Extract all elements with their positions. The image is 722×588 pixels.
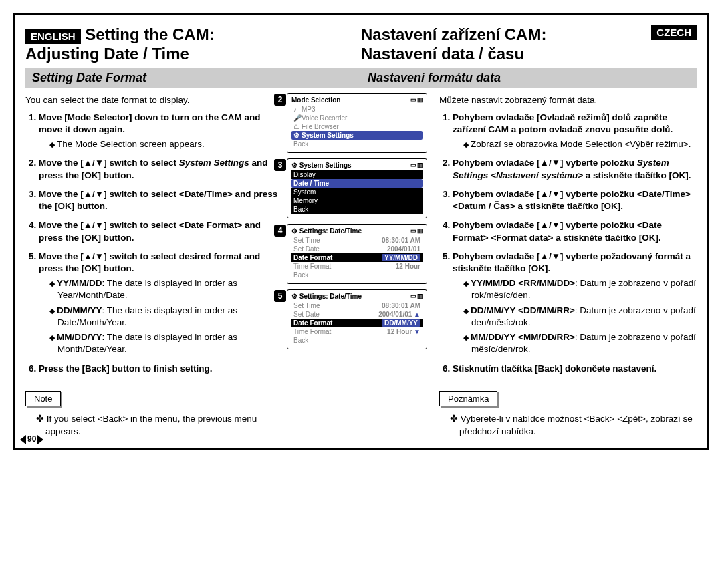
subhead-cz: Nastavení formátu data (361, 68, 697, 88)
note-en: If you select <Back> in the menu, the pr… (36, 413, 283, 437)
battery-icon: ▭ ▥ (410, 293, 423, 300)
manual-page: ENGLISH Setting the CAM:Adjusting Date /… (13, 13, 709, 450)
music-icon: ♪ (293, 106, 299, 113)
battery-icon: ▭ ▥ (410, 227, 423, 235)
steps-cz: Pohybem ovladače [Ovladač režimů] dolů z… (439, 112, 697, 375)
screen-5: 5 ⚙ Settings: Date/Time▭ ▥ Set Time08:30… (287, 289, 427, 349)
note-label-en: Note (25, 391, 61, 407)
col-czech: Můžete nastavit zobrazený formát data. P… (431, 93, 697, 438)
down-arrow-icon: ▼ (414, 328, 420, 335)
screen-2: 2 Mode Selection▭ ▥ ♪MP3 🎤Voice Recorder… (287, 93, 427, 153)
screens-column: 2 Mode Selection▭ ▥ ♪MP3 🎤Voice Recorder… (283, 93, 431, 438)
note-label-cz: Poznámka (439, 391, 497, 407)
steps-en: Move [Mode Selector] down to turn on the… (25, 112, 283, 375)
screen-4: 4 ⚙ Settings: Date/Time▭ ▥ Set Time08:30… (287, 224, 427, 284)
lang-en: ENGLISH (25, 29, 81, 44)
folder-icon: 🗀 (293, 123, 299, 130)
title-cz-2: Nastavení data / času (361, 45, 524, 63)
note-cz: Vyberete-li v nabídce možnost <Back> <Zp… (450, 413, 697, 437)
battery-icon: ▭ ▥ (410, 162, 423, 169)
battery-icon: ▭ ▥ (410, 96, 423, 104)
title-cz-1: Nastavení zařízení CAM: (361, 25, 546, 43)
up-arrow-icon: ▲ (414, 311, 420, 318)
subhead-en: Setting Date Format (25, 68, 361, 88)
lang-cz: CZECH (651, 25, 697, 40)
mic-icon: 🎤 (293, 114, 299, 122)
intro-en: You can select the date format to displa… (25, 94, 283, 106)
intro-cz: Můžete nastavit zobrazený formát data. (439, 94, 697, 106)
screen-3: 3 ⚙ System Settings▭ ▥ Display Date / Ti… (287, 158, 427, 218)
gear-icon: ⚙ (293, 132, 299, 139)
col-english: You can select the date format to displa… (25, 93, 283, 438)
title-en-2: Adjusting Date / Time (25, 45, 189, 63)
page-number: 90 (20, 434, 43, 444)
title-en-1: Setting the CAM: (85, 25, 214, 43)
